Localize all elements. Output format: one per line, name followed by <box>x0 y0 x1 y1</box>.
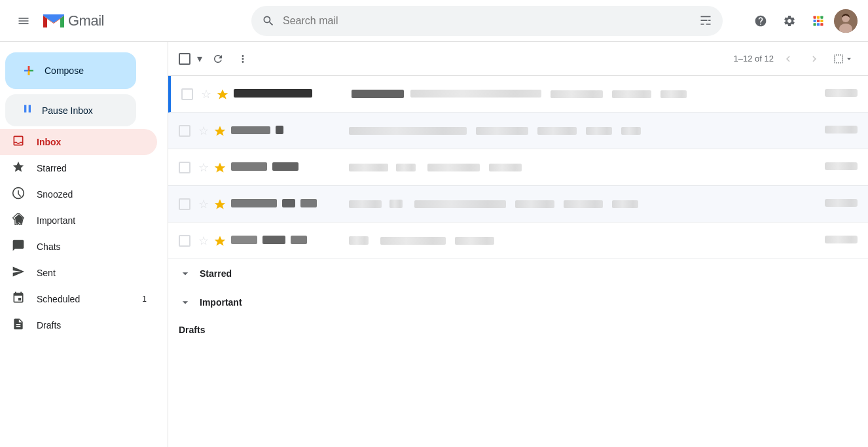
row-important-marker[interactable] <box>214 125 226 137</box>
row-sender <box>231 162 349 173</box>
google-apps-button[interactable] <box>805 8 831 34</box>
search-filter-icon[interactable] <box>699 14 712 27</box>
important-section-header[interactable]: Important <box>168 288 868 317</box>
pause-inbox-label: Pause Inbox <box>42 105 93 116</box>
row-checkbox[interactable] <box>179 162 190 173</box>
svg-rect-6 <box>820 19 823 22</box>
row-checkbox[interactable] <box>181 88 193 100</box>
refresh-button[interactable] <box>206 47 230 71</box>
important-chevron-icon <box>179 296 192 309</box>
gmail-m-icon <box>42 9 65 33</box>
scheduled-badge: 1 <box>142 295 147 304</box>
menu-button[interactable] <box>10 8 37 34</box>
starred-chevron-icon <box>179 267 192 280</box>
pause-inbox-button[interactable]: Pause Inbox <box>5 94 136 126</box>
sent-icon <box>10 265 26 281</box>
row-star[interactable]: ☆ <box>198 124 209 138</box>
search-input[interactable] <box>283 15 691 27</box>
help-button[interactable] <box>748 8 774 34</box>
row-important-marker[interactable] <box>217 88 228 100</box>
inbox-label: Inbox <box>37 137 147 147</box>
row-checkbox[interactable] <box>179 235 190 247</box>
chats-icon <box>10 239 26 255</box>
inbox-icon <box>10 134 26 151</box>
scheduled-label: Scheduled <box>37 294 132 304</box>
toolbar-right: 1–12 of 12 <box>734 47 858 71</box>
row-date <box>805 89 858 99</box>
starred-section-title: Starred <box>200 268 232 279</box>
select-all-checkbox[interactable] <box>179 53 190 65</box>
important-label: Important <box>37 215 147 226</box>
list-toolbar: ▾ 1–12 of 12 <box>168 42 868 76</box>
search-bar[interactable] <box>251 6 723 36</box>
gmail-text-label: Gmail <box>68 12 104 29</box>
main-layout: Compose Pause Inbox Inbox <box>0 42 868 447</box>
compose-plus-icon <box>21 63 37 79</box>
sidebar-item-chats[interactable]: Chats <box>0 234 157 260</box>
select-dropdown-button[interactable]: ▾ <box>194 50 205 67</box>
row-star[interactable]: ☆ <box>201 87 211 101</box>
row-sender <box>231 236 349 246</box>
more-options-button[interactable] <box>231 47 255 71</box>
sidebar-item-inbox[interactable]: Inbox <box>0 129 157 155</box>
important-icon <box>10 213 26 229</box>
table-row[interactable]: ☆ <box>168 149 868 186</box>
sidebar-item-scheduled[interactable]: Scheduled 1 <box>0 286 157 312</box>
snoozed-icon <box>10 187 26 203</box>
row-content <box>349 127 800 135</box>
row-star[interactable]: ☆ <box>198 197 209 211</box>
chats-label: Chats <box>37 241 147 252</box>
drafts-icon <box>10 317 26 334</box>
sidebar-item-sent[interactable]: Sent <box>0 260 157 286</box>
content-area: ▾ 1–12 of 12 <box>168 42 868 447</box>
row-checkbox[interactable] <box>179 125 190 137</box>
starred-section-header[interactable]: Starred <box>168 259 868 288</box>
prev-page-button[interactable] <box>776 47 800 71</box>
svg-rect-7 <box>814 23 816 26</box>
row-checkbox[interactable] <box>179 198 190 210</box>
row-sender <box>231 199 349 209</box>
topbar: Gmail <box>0 0 868 42</box>
sidebar-item-drafts[interactable]: Drafts <box>0 312 157 338</box>
compose-label: Compose <box>45 65 84 76</box>
sidebar-item-snoozed[interactable]: Snoozed <box>0 181 157 207</box>
page-info: 1–12 of 12 <box>734 54 774 63</box>
sidebar: Compose Pause Inbox Inbox <box>0 42 168 447</box>
svg-rect-8 <box>817 23 820 26</box>
sidebar-item-important[interactable]: Important <box>0 207 157 234</box>
svg-rect-9 <box>820 23 823 26</box>
row-content <box>352 89 800 99</box>
row-important-marker[interactable] <box>214 162 226 173</box>
row-date <box>805 126 858 135</box>
table-row[interactable]: ☆ <box>168 76 868 113</box>
row-date <box>805 162 858 172</box>
svg-rect-2 <box>817 16 820 18</box>
table-row[interactable]: ☆ <box>168 223 868 259</box>
scheduled-icon <box>10 291 26 308</box>
starred-icon <box>10 160 26 177</box>
row-content <box>349 164 800 171</box>
compose-button[interactable]: Compose <box>5 52 136 89</box>
drafts-section-title: Drafts <box>168 317 868 343</box>
row-star[interactable]: ☆ <box>198 234 209 248</box>
row-sender <box>231 126 349 136</box>
avatar[interactable] <box>834 9 858 33</box>
toolbar-left: ▾ <box>179 47 255 71</box>
snoozed-label: Snoozed <box>37 189 147 200</box>
gmail-logo: Gmail <box>42 9 104 33</box>
sidebar-item-starred[interactable]: Starred <box>0 155 157 181</box>
search-icon <box>262 14 275 27</box>
next-page-button[interactable] <box>803 47 826 71</box>
row-content <box>349 200 800 208</box>
row-star[interactable]: ☆ <box>198 160 209 175</box>
starred-label: Starred <box>37 163 147 173</box>
row-content <box>349 236 800 245</box>
topbar-left: Gmail <box>10 8 246 34</box>
settings-button[interactable] <box>776 8 803 34</box>
row-important-marker[interactable] <box>214 198 226 210</box>
table-row[interactable]: ☆ <box>168 186 868 223</box>
important-section-title: Important <box>200 297 242 308</box>
view-toggle-button[interactable] <box>829 50 858 67</box>
table-row[interactable]: ☆ <box>168 113 868 149</box>
row-important-marker[interactable] <box>214 235 226 247</box>
